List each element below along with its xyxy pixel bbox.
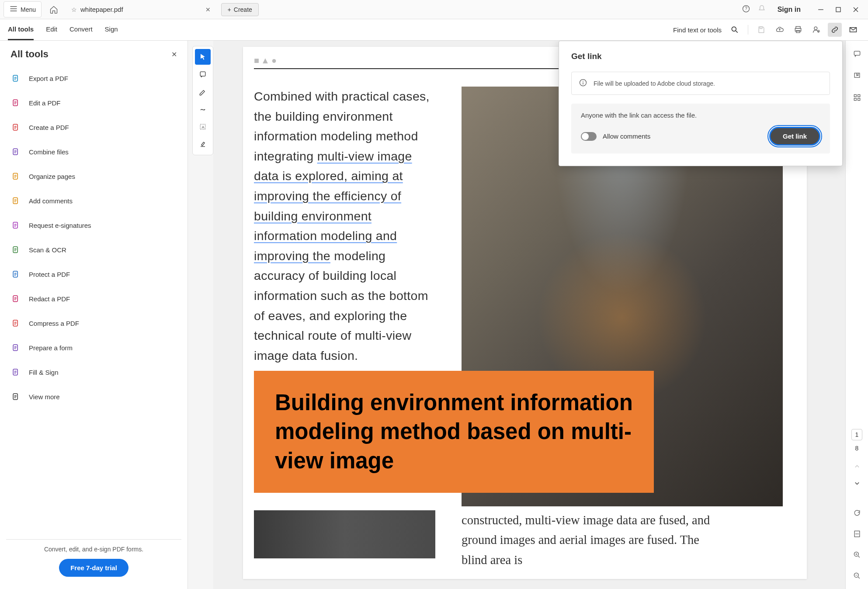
search-icon[interactable] — [728, 23, 742, 37]
popup-title: Get link — [571, 52, 830, 61]
sidebar-item-compress-a-pdf[interactable]: Compress a PDF — [6, 311, 181, 335]
export-icon — [10, 73, 21, 84]
menu-button[interactable]: Menu — [3, 1, 42, 17]
info-text: File will be uploaded to Adobe cloud sto… — [594, 80, 715, 87]
form-icon — [10, 342, 21, 353]
stamp-tool[interactable] — [195, 136, 211, 152]
rotate-icon[interactable] — [850, 506, 864, 520]
sidebar-item-organize-pages[interactable]: Organize pages — [6, 164, 181, 188]
document-below-text[interactable]: constructed, multi-view image data are f… — [462, 510, 715, 570]
sidebar-item-label: Export a PDF — [29, 75, 68, 82]
highlight-tool[interactable]: + — [195, 66, 211, 82]
sidebar-item-redact-a-pdf[interactable]: Redact a PDF — [6, 286, 181, 311]
svg-text:+: + — [201, 75, 202, 78]
sidebar-item-protect-a-pdf[interactable]: Protect a PDF — [6, 262, 181, 286]
tab-sign[interactable]: Sign — [105, 19, 118, 40]
close-tab-icon[interactable]: ✕ — [205, 6, 211, 13]
svg-rect-36 — [854, 51, 860, 55]
help-icon[interactable]: ? — [742, 4, 750, 14]
document-banner: Building environment information modelin… — [254, 371, 654, 493]
sidebar-footer-text: Convert, edit, and e-sign PDF forms. — [12, 546, 175, 553]
sidebar-item-request-e-signatures[interactable]: Request e-signatures — [6, 213, 181, 237]
sidebar-item-scan-ocr[interactable]: Scan & OCR — [6, 237, 181, 262]
sidebar-item-label: Add comments — [29, 197, 73, 205]
divider — [748, 25, 748, 35]
sidebar-item-view-more[interactable]: View more — [6, 384, 181, 409]
add-person-icon[interactable] — [809, 23, 823, 37]
trial-button[interactable]: Free 7-day trial — [59, 559, 128, 577]
protect-icon — [10, 269, 21, 279]
sidebar-item-label: Create a PDF — [29, 124, 69, 131]
get-link-button[interactable]: Get link — [769, 127, 820, 146]
sidebar-item-export-a-pdf[interactable]: Export a PDF — [6, 66, 181, 91]
sidebar-title: All tools — [10, 49, 49, 60]
scan-icon — [10, 244, 21, 255]
view-more-icon — [10, 391, 21, 402]
create-button[interactable]: + Create — [221, 3, 259, 16]
info-icon — [579, 78, 587, 88]
maximize-button[interactable] — [834, 5, 843, 14]
svg-rect-39 — [858, 94, 860, 97]
hamburger-icon — [9, 4, 18, 14]
fill-sign-icon — [10, 367, 21, 377]
cloud-upload-icon[interactable] — [773, 23, 787, 37]
tab-all-tools[interactable]: All tools — [8, 19, 34, 40]
organize-icon — [10, 171, 21, 181]
minimize-button[interactable] — [816, 5, 825, 14]
star-icon[interactable]: ☆ — [71, 6, 77, 13]
bookmark-panel-icon[interactable] — [850, 69, 864, 83]
sidebar-item-fill-sign[interactable]: Fill & Sign — [6, 360, 181, 384]
sidebar-item-combine-files[interactable]: Combine files — [6, 139, 181, 164]
menu-label: Menu — [21, 6, 36, 13]
grid-view-icon[interactable] — [850, 91, 864, 105]
sidebar-close-icon[interactable]: ✕ — [171, 50, 177, 59]
sidebar: All tools ✕ Export a PDFEdit a PDFCreate… — [0, 41, 188, 589]
page-up-icon[interactable] — [850, 460, 864, 474]
allow-comments-toggle[interactable] — [581, 132, 597, 141]
plus-icon: + — [228, 6, 231, 13]
mail-icon[interactable] — [846, 23, 860, 37]
banner-title: Building environment information modelin… — [275, 388, 633, 475]
redact-icon — [10, 293, 21, 304]
link-icon[interactable] — [828, 23, 842, 37]
fit-width-icon[interactable] — [850, 527, 864, 541]
sidebar-item-add-comments[interactable]: Add comments — [6, 188, 181, 213]
sidebar-item-label: Prepare a form — [29, 344, 73, 352]
popup-access-text: Anyone with the link can access the file… — [581, 112, 820, 119]
erase-tool[interactable] — [195, 101, 211, 117]
sidebar-item-create-a-pdf[interactable]: Create a PDF — [6, 115, 181, 139]
sidebar-item-prepare-a-form[interactable]: Prepare a form — [6, 335, 181, 360]
search-label[interactable]: Find text or tools — [673, 26, 722, 34]
zoom-out-icon[interactable] — [850, 569, 864, 583]
sidebar-item-label: Fill & Sign — [29, 369, 59, 376]
text-tool[interactable]: A — [195, 119, 211, 135]
right-rail: 1 8 — [845, 41, 868, 589]
svg-rect-41 — [858, 98, 860, 101]
zoom-in-icon[interactable] — [850, 548, 864, 562]
svg-rect-38 — [854, 94, 856, 97]
create-label: Create — [234, 6, 252, 13]
bell-icon[interactable] — [757, 4, 766, 14]
select-tool[interactable] — [195, 49, 211, 65]
create-pdf-icon — [10, 122, 21, 132]
close-window-button[interactable] — [851, 5, 860, 14]
page-down-icon[interactable] — [850, 476, 864, 490]
sidebar-item-label: View more — [29, 393, 60, 401]
page-number-input[interactable]: 1 — [851, 429, 863, 440]
home-icon — [49, 5, 58, 14]
comments-panel-icon[interactable] — [850, 47, 864, 61]
svg-point-52 — [583, 81, 583, 82]
home-button[interactable] — [45, 2, 62, 17]
sidebar-item-edit-a-pdf[interactable]: Edit a PDF — [6, 91, 181, 115]
tab-edit[interactable]: Edit — [46, 19, 57, 40]
tab-filename: whitepaper.pdf — [80, 6, 123, 13]
draw-tool[interactable] — [195, 84, 211, 100]
combine-icon — [10, 146, 21, 157]
sidebar-item-label: Scan & OCR — [29, 246, 66, 254]
document-tab[interactable]: ☆ whitepaper.pdf ✕ — [66, 0, 216, 19]
comment-icon — [10, 195, 21, 206]
save-icon[interactable] — [754, 23, 768, 37]
print-icon[interactable] — [791, 23, 805, 37]
tab-convert[interactable]: Convert — [69, 19, 93, 40]
sign-in-button[interactable]: Sign in — [773, 2, 805, 17]
